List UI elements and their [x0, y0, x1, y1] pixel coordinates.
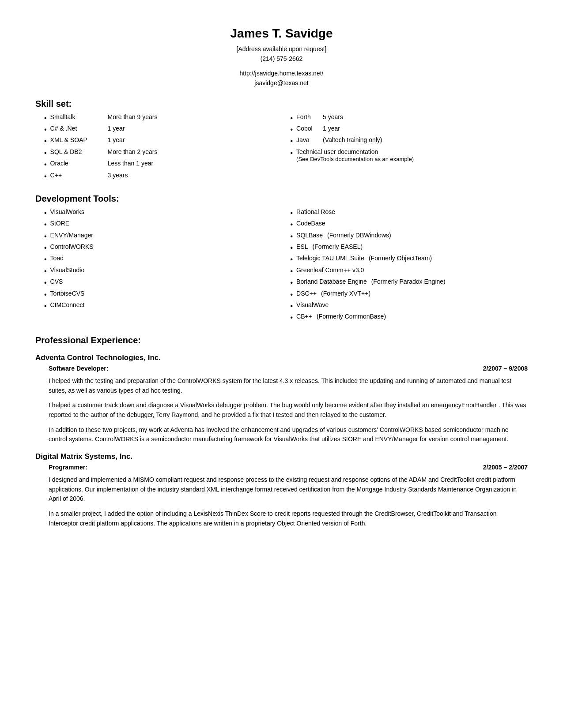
skill-item: •Forth5 years	[282, 113, 528, 123]
tool-item: •Toad	[35, 255, 282, 264]
company-name: Digital Matrix Systems, Inc.	[35, 452, 528, 461]
bullet: •	[291, 208, 293, 218]
skill-name: XML & SOAP	[50, 136, 108, 143]
tool-item: •ENVY/Manager	[35, 232, 282, 241]
skill-name: C++	[50, 172, 108, 179]
tool-item: •CVS	[35, 278, 282, 288]
company-name: Adventa Control Technologies, Inc.	[35, 353, 528, 362]
skill-duration: (Valtech training only)	[323, 136, 382, 143]
skill-item: •Cobol1 year	[282, 125, 528, 135]
contact-info: [Address available upon request] (214) 5…	[35, 44, 528, 64]
skill-item: •SQL & DB2More than 2 years	[35, 148, 282, 158]
skill-name: SQL & DB2	[50, 148, 108, 155]
tool-name: CIMConnect	[50, 301, 85, 308]
tool-item: •DSC++(Formerly XVT++)	[282, 290, 528, 300]
bullet: •	[44, 255, 47, 264]
tool-name: Telelogic TAU UML Suite	[296, 255, 364, 262]
skill-name: Cobol	[296, 125, 323, 132]
tool-name: ESL	[296, 243, 308, 250]
tool-item: •CIMConnect	[35, 301, 282, 311]
tool-note: (Formerly EASEL)	[313, 243, 363, 250]
bullet: •	[291, 243, 293, 253]
tool-name: Greenleaf Comm++ v3.0	[296, 266, 364, 274]
tool-name: Toad	[50, 255, 64, 262]
bullet: •	[44, 220, 47, 229]
tool-name: DSC++	[296, 290, 317, 297]
tool-note: (Formerly ObjectTeam)	[369, 255, 432, 262]
skill-duration: 1 year	[323, 125, 340, 132]
phone: (214) 575-2662	[35, 54, 528, 64]
tool-item: •Greenleaf Comm++ v3.0	[282, 266, 528, 276]
skill-name: Technical user documentation	[296, 148, 378, 155]
skill-item: •SmalltalkMore than 9 years	[35, 113, 282, 123]
bullet: •	[291, 113, 293, 123]
tool-name: VisualStudio	[50, 266, 85, 274]
name: James T. Savidge	[35, 26, 528, 41]
skill-duration: Less than 1 year	[108, 160, 154, 167]
skill-item: •C# & .Net1 year	[35, 125, 282, 135]
bullet: •	[291, 301, 293, 311]
skill-note: (See DevTools documentation as an exampl…	[296, 156, 414, 162]
devtools-title: Development Tools:	[35, 194, 528, 204]
tool-item: •CB++(Formerly CommonBase)	[282, 313, 528, 323]
email: jsavidge@texas.net	[35, 78, 528, 88]
tool-name: Borland Database Engine	[296, 278, 367, 285]
skill-block: Technical user documentation(See DevTool…	[296, 148, 414, 162]
skill-name: Oracle	[50, 160, 108, 167]
website: http://jsavidge.home.texas.net/	[35, 68, 528, 78]
tool-item: •VisualWave	[282, 301, 528, 311]
bullet: •	[44, 136, 47, 146]
bullet: •	[291, 266, 293, 276]
tool-item: •CodeBase	[282, 220, 528, 229]
tool-item: •StORE	[35, 220, 282, 229]
tool-name: ENVY/Manager	[50, 232, 93, 239]
bullet: •	[44, 243, 47, 253]
experience-paragraph: I helped with the testing and preparatio…	[49, 376, 528, 395]
skill-duration: More than 9 years	[108, 113, 158, 120]
tools-left: •VisualWorks•StORE•ENVY/Manager•ControlW…	[35, 208, 282, 325]
role-dates: 2/2005 – 2/2007	[483, 464, 528, 471]
skill-item: •XML & SOAP1 year	[35, 136, 282, 146]
bullet: •	[291, 136, 293, 146]
skills-right: •Forth5 years•Cobol1 year•Java(Valtech t…	[282, 113, 528, 183]
skill-duration: 1 year	[108, 136, 125, 143]
tool-item: •TortoiseCVS	[35, 290, 282, 300]
role-row: Programmer:2/2005 – 2/2007	[49, 464, 528, 471]
tool-item: •Borland Database Engine(Formerly Parado…	[282, 278, 528, 288]
tool-name: TortoiseCVS	[50, 290, 85, 297]
tool-item: •Telelogic TAU UML Suite(Formerly Object…	[282, 255, 528, 264]
bullet: •	[291, 232, 293, 241]
role-title: Software Developer:	[49, 365, 108, 372]
tool-note: (Formerly Paradox Engine)	[371, 278, 446, 285]
skill-item: •Java(Valtech training only)	[282, 136, 528, 146]
experience-paragraph: In a smaller project, I added the option…	[49, 509, 528, 528]
experience-paragraph: I helped a customer track down and diagn…	[49, 401, 528, 420]
bullet: •	[291, 148, 293, 158]
skill-item: •C++3 years	[35, 172, 282, 181]
skill-name: Forth	[296, 113, 323, 120]
skill-duration: 5 years	[323, 113, 343, 120]
tool-note: (Formerly DBWindows)	[327, 232, 391, 239]
skill-name: Smalltalk	[50, 113, 108, 120]
tool-name: CVS	[50, 278, 63, 285]
website-info: http://jsavidge.home.texas.net/ jsavidge…	[35, 68, 528, 88]
bullet: •	[291, 220, 293, 229]
tool-name: CB++	[296, 313, 312, 320]
bullet: •	[44, 232, 47, 241]
bullet: •	[291, 125, 293, 135]
experience-paragraph: I designed and implemented a MISMO compl…	[49, 475, 528, 504]
tool-item: •VisualWorks	[35, 208, 282, 218]
tools-container: •VisualWorks•StORE•ENVY/Manager•ControlW…	[35, 208, 528, 325]
bullet: •	[44, 290, 47, 300]
role-dates: 2/2007 – 9/2008	[483, 365, 528, 372]
tool-name: SQLBase	[296, 232, 323, 239]
role-title: Programmer:	[49, 464, 87, 471]
tool-item: •ControlWORKS	[35, 243, 282, 253]
bullet: •	[44, 113, 47, 123]
bullet: •	[44, 160, 47, 169]
bullet: •	[291, 278, 293, 288]
skill-name: Java	[296, 136, 323, 143]
skill-duration: More than 2 years	[108, 148, 158, 155]
tool-item: •SQLBase(Formerly DBWindows)	[282, 232, 528, 241]
bullet: •	[44, 278, 47, 288]
